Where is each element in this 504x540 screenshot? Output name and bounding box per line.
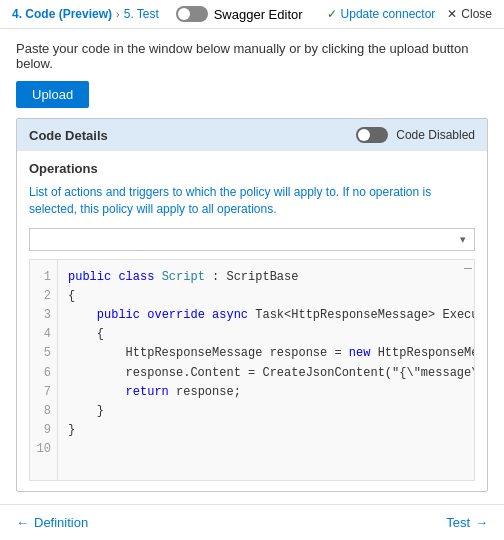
- swagger-toggle-thumb: [178, 8, 190, 20]
- chevron-down-icon: ▾: [460, 233, 466, 246]
- line-num-6: 6: [36, 364, 51, 383]
- checkmark-icon: ✓: [327, 7, 337, 21]
- ops-desc-text3: operations.: [214, 202, 277, 216]
- line-numbers: 1 2 3 4 5 6 7 8 9 10: [30, 260, 58, 480]
- card-header: Code Details Code Disabled: [17, 119, 487, 151]
- update-connector-action[interactable]: ✓ Update connector: [327, 7, 436, 21]
- line-num-7: 7: [36, 383, 51, 402]
- top-navigation: 4. Code (Preview) › 5. Test Swagger Edit…: [0, 0, 504, 29]
- line-num-1: 1: [36, 268, 51, 287]
- update-connector-label: Update connector: [341, 7, 436, 21]
- footer: Definition Test: [0, 504, 504, 540]
- instruction-text: Paste your code in the window below manu…: [16, 41, 488, 71]
- code-disabled-thumb: [358, 129, 370, 141]
- swagger-toggle[interactable]: [176, 6, 208, 22]
- step-4[interactable]: 4. Code (Preview): [12, 7, 112, 21]
- card-title: Code Details: [29, 128, 108, 143]
- back-arrow-icon: [16, 515, 29, 530]
- code-details-card: Code Details Code Disabled Operations Li…: [16, 118, 488, 492]
- next-button[interactable]: Test: [446, 515, 488, 530]
- back-label: Definition: [34, 515, 88, 530]
- header-right: Code Disabled: [356, 127, 475, 143]
- line-num-4: 4: [36, 325, 51, 344]
- operations-desc: List of actions and triggers to which th…: [29, 184, 475, 218]
- line-num-10: 10: [36, 440, 51, 459]
- operations-dropdown[interactable]: ▾: [29, 228, 475, 251]
- line-num-8: 8: [36, 402, 51, 421]
- back-button[interactable]: Definition: [16, 515, 88, 530]
- ops-desc-text1: List of actions and triggers to which th…: [29, 185, 240, 199]
- swagger-toggle-group[interactable]: Swagger Editor: [176, 6, 303, 22]
- ops-desc-link1[interactable]: policy: [240, 185, 271, 199]
- upload-button[interactable]: Upload: [16, 81, 89, 108]
- step-5[interactable]: 5. Test: [124, 7, 159, 21]
- step-chevron: ›: [116, 8, 120, 20]
- line-num-2: 2: [36, 287, 51, 306]
- code-editor[interactable]: 1 2 3 4 5 6 7 8 9 10 public class Script…: [29, 259, 475, 481]
- main-content: Paste your code in the window below manu…: [0, 29, 504, 504]
- code-disabled-toggle[interactable]: [356, 127, 388, 143]
- next-label: Test: [446, 515, 470, 530]
- close-action[interactable]: ✕ Close: [447, 7, 492, 21]
- code-disabled-label: Code Disabled: [396, 128, 475, 142]
- close-icon: ✕: [447, 7, 457, 21]
- code-editor-inner: 1 2 3 4 5 6 7 8 9 10 public class Script…: [30, 260, 474, 480]
- close-label: Close: [461, 7, 492, 21]
- line-num-3: 3: [36, 306, 51, 325]
- card-body: Operations List of actions and triggers …: [17, 151, 487, 491]
- line-num-9: 9: [36, 421, 51, 440]
- next-arrow-icon: [475, 515, 488, 530]
- line-num-5: 5: [36, 344, 51, 363]
- swagger-toggle-label: Swagger Editor: [214, 7, 303, 22]
- ops-desc-link2[interactable]: all: [202, 202, 214, 216]
- code-content: public class Script : ScriptBase { publi…: [58, 260, 474, 480]
- operations-label: Operations: [29, 161, 475, 176]
- collapse-bar[interactable]: [462, 260, 474, 480]
- collapse-dash: [464, 268, 472, 269]
